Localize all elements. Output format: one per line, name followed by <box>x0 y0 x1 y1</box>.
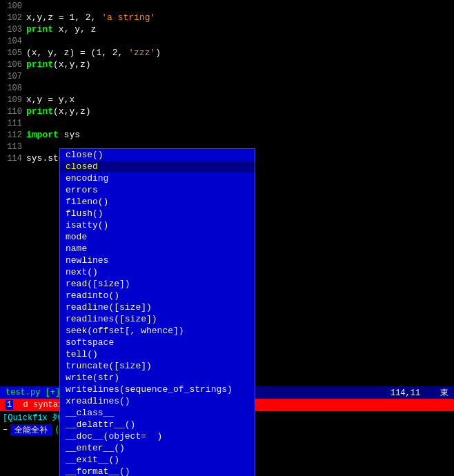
line-number: 104 <box>0 37 26 46</box>
file-tab[interactable]: test.py [+] <box>0 386 66 399</box>
code-line: 112import sys <box>0 129 454 141</box>
line-number: 109 <box>0 95 26 105</box>
tab-label: test.py [+] <box>6 388 60 397</box>
autocomplete-item[interactable]: encoding <box>60 172 255 184</box>
autocomplete-item[interactable]: readlines([size]) <box>60 313 255 325</box>
autocomplete-item[interactable]: mode <box>60 231 255 243</box>
autocomplete-item[interactable]: truncate([size]) <box>60 360 255 372</box>
autocomplete-item[interactable]: errors <box>60 184 255 196</box>
line-content: import sys <box>26 130 80 140</box>
line-number: 110 <box>0 107 26 117</box>
code-line: 104 <box>0 35 454 47</box>
autocomplete-item[interactable]: isatty() <box>60 219 255 231</box>
line-number: 111 <box>0 119 26 128</box>
autocomplete-item[interactable]: writelines(sequence_of_strings) <box>60 384 255 395</box>
code-line: 100 <box>0 0 454 12</box>
autocomplete-item[interactable]: close() <box>60 149 255 161</box>
line-content: print(x,y,z) <box>26 59 91 70</box>
code-line: 109x,y = y,x <box>0 94 454 106</box>
autocomplete-item[interactable]: next() <box>60 266 255 278</box>
autocomplete-item[interactable]: seek(offset[, whence]) <box>60 325 255 337</box>
code-line: 106print(x,y,z) <box>0 59 454 70</box>
line-content: print(x,y,z) <box>26 106 91 117</box>
code-line: 107 <box>0 70 454 82</box>
line-col: 114,11 <box>391 388 420 398</box>
autocomplete-item[interactable]: tell() <box>60 348 255 360</box>
line-number: 108 <box>0 83 26 93</box>
autocomplete-item[interactable]: flush() <box>60 208 255 219</box>
line-number: 114 <box>0 154 26 163</box>
autocomplete-item[interactable]: readinto() <box>60 290 255 301</box>
line-number: 113 <box>0 142 26 152</box>
error-line-num: 1 <box>6 400 13 410</box>
code-line: 110print(x,y,z) <box>0 106 454 117</box>
line-number: 112 <box>0 130 26 140</box>
line-number: 106 <box>0 60 26 70</box>
line-number: 103 <box>0 25 26 34</box>
autocomplete-item[interactable]: name <box>60 243 255 255</box>
line-content: print x, y, z <box>26 24 96 34</box>
autocomplete-item[interactable]: fileno() <box>60 196 255 208</box>
line-number: 107 <box>0 72 26 81</box>
autocomplete-item[interactable]: __doc__(object= ) <box>60 430 255 442</box>
cursor-position: 114,11 東 <box>391 387 454 399</box>
autocomplete-item[interactable]: read([size]) <box>60 278 255 290</box>
line-number: 102 <box>0 13 26 23</box>
line-number: 100 <box>0 1 26 11</box>
code-line: 102x,y,z = 1, 2, 'a string' <box>0 12 454 23</box>
autocomplete-item[interactable]: write(str) <box>60 372 255 384</box>
autocomplete-item[interactable]: closed <box>60 161 255 172</box>
line-content: x,y,z = 1, 2, 'a string' <box>26 12 155 23</box>
autocomplete-item[interactable]: softspace <box>60 337 255 348</box>
autocomplete-item[interactable]: __class__ <box>60 407 255 419</box>
autocomplete-dropdown[interactable]: close()closedencodingerrorsfileno()flush… <box>59 148 255 476</box>
autocomplete-item[interactable]: __exit__() <box>60 454 255 466</box>
autocomplete-button[interactable]: 全能全补 <box>10 424 52 435</box>
autocomplete-item[interactable]: xreadlines() <box>60 395 255 407</box>
code-line: 108 <box>0 82 454 94</box>
code-line: 103print x, y, z <box>0 23 454 35</box>
line-content: x,y = y,x <box>26 95 75 105</box>
code-line: 111 <box>0 117 454 129</box>
code-line: 105(x, y, z) = (1, 2, 'zzz') <box>0 47 454 59</box>
line-content: (x, y, z) = (1, 2, 'zzz') <box>26 48 161 58</box>
autocomplete-item[interactable]: newlines <box>60 255 255 266</box>
autocomplete-item[interactable]: __enter__() <box>60 442 255 454</box>
line-number: 105 <box>0 48 26 58</box>
encoding: 東 <box>440 388 448 398</box>
autocomplete-item[interactable]: __format__() <box>60 466 255 476</box>
autocomplete-item[interactable]: __delattr__() <box>60 419 255 430</box>
autocomplete-item[interactable]: readline([size]) <box>60 301 255 313</box>
